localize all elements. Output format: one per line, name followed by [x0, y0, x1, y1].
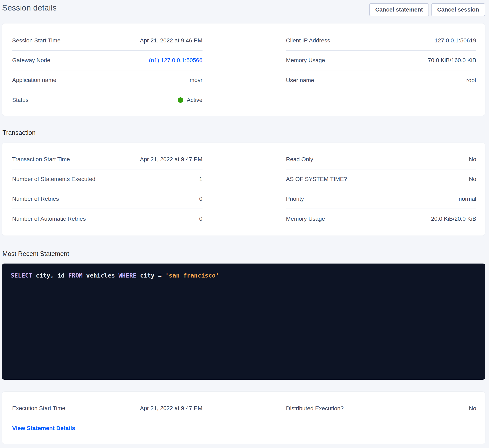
info-label: Distributed Execution? — [286, 405, 344, 412]
execution-card: Execution Start Time Apr 21, 2022 at 9:4… — [2, 392, 485, 444]
session-memory-usage-row: Memory Usage 70.0 KiB/160.0 KiB — [286, 51, 476, 70]
distributed-execution-row: Distributed Execution? No — [286, 398, 476, 418]
transaction-start-time-row: Transaction Start Time Apr 21, 2022 at 9… — [12, 150, 203, 169]
info-value: 0 — [199, 196, 203, 202]
status-row: Status Active — [12, 90, 203, 110]
info-value: Apr 21, 2022 at 9:47 PM — [140, 156, 203, 163]
info-label: Gateway Node — [12, 57, 50, 64]
info-value: root — [466, 77, 476, 83]
info-label: Number of Statements Executed — [12, 176, 96, 183]
session-summary-card: Session Start Time Apr 21, 2022 at 9:46 … — [2, 24, 485, 116]
session-start-time-row: Session Start Time Apr 21, 2022 at 9:46 … — [12, 31, 203, 51]
info-label: AS OF SYSTEM TIME? — [286, 176, 347, 183]
execution-card-right-column: Distributed Execution? No — [286, 398, 476, 438]
transaction-memory-usage-row: Memory Usage 20.0 KiB/20.0 KiB — [286, 209, 476, 229]
as-of-system-time-row: AS OF SYSTEM TIME? No — [286, 169, 476, 189]
session-details-page: Session details Cancel statement Cancel … — [0, 0, 489, 448]
info-value: movr — [189, 77, 202, 83]
view-statement-details-link[interactable]: View Statement Details — [12, 425, 75, 431]
info-label: Read Only — [286, 156, 313, 163]
sql-statement-box: SELECT city, id FROM vehicles WHERE city… — [2, 264, 485, 380]
user-name-row: User name root — [286, 70, 476, 90]
sql-text: city, id — [32, 272, 68, 279]
info-value: No — [469, 405, 476, 412]
info-value: 0 — [199, 216, 203, 222]
info-label: Client IP Address — [286, 37, 330, 44]
priority-row: Priority normal — [286, 189, 476, 209]
page-header: Session details Cancel statement Cancel … — [2, 3, 485, 16]
transaction-section-heading: Transaction — [2, 128, 485, 138]
cancel-session-button[interactable]: Cancel session — [431, 3, 485, 16]
sql-keyword: SELECT — [11, 272, 32, 279]
sql-keyword: FROM — [68, 272, 82, 279]
info-label: Transaction Start Time — [12, 156, 70, 163]
gateway-node-row: Gateway Node (n1) 127.0.0.1:50566 — [12, 51, 203, 70]
read-only-row: Read Only No — [286, 150, 476, 169]
sql-string-literal: 'san francisco' — [165, 272, 219, 279]
header-actions: Cancel statement Cancel session — [369, 3, 485, 16]
info-label: Application name — [12, 77, 56, 83]
statements-executed-row: Number of Statements Executed 1 — [12, 169, 203, 189]
most-recent-statement-heading: Most Recent Statement — [2, 249, 485, 259]
sql-statement-text: SELECT city, id FROM vehicles WHERE city… — [11, 271, 477, 280]
info-value: 70.0 KiB/160.0 KiB — [428, 57, 476, 64]
transaction-card-left-column: Transaction Start Time Apr 21, 2022 at 9… — [12, 150, 203, 229]
info-label: Number of Automatic Retries — [12, 216, 86, 222]
info-label: Memory Usage — [286, 216, 325, 222]
info-value: 1 — [199, 176, 203, 183]
sql-text: city = — [137, 272, 165, 279]
view-statement-details-row: View Statement Details — [12, 418, 203, 438]
automatic-retries-row: Number of Automatic Retries 0 — [12, 209, 203, 229]
cancel-statement-button[interactable]: Cancel statement — [369, 3, 429, 16]
transaction-card: Transaction Start Time Apr 21, 2022 at 9… — [2, 143, 485, 236]
transaction-card-right-column: Read Only No AS OF SYSTEM TIME? No Prior… — [286, 150, 476, 229]
sql-keyword: WHERE — [119, 272, 137, 279]
client-ip-row: Client IP Address 127.0.0.1:50619 — [286, 31, 476, 51]
info-label: Number of Retries — [12, 196, 59, 202]
execution-card-left-column: Execution Start Time Apr 21, 2022 at 9:4… — [12, 398, 203, 438]
info-value: Apr 21, 2022 at 9:47 PM — [140, 405, 203, 412]
status-badge: Active — [178, 97, 202, 103]
retries-row: Number of Retries 0 — [12, 189, 203, 209]
info-label: Session Start Time — [12, 37, 60, 44]
session-card-right-column: Client IP Address 127.0.0.1:50619 Memory… — [286, 31, 476, 110]
info-label: Memory Usage — [286, 57, 325, 64]
session-card-left-column: Session Start Time Apr 21, 2022 at 9:46 … — [12, 31, 203, 110]
sql-text: vehicles — [82, 272, 119, 279]
info-value: normal — [458, 196, 476, 202]
info-label: Status — [12, 97, 28, 103]
status-value: Active — [187, 97, 202, 103]
status-active-dot-icon — [178, 97, 183, 103]
page-title: Session details — [2, 3, 57, 13]
info-value: 127.0.0.1:50619 — [435, 37, 476, 44]
info-label: Priority — [286, 196, 304, 202]
info-value: Apr 21, 2022 at 9:46 PM — [140, 37, 203, 44]
application-name-row: Application name movr — [12, 70, 203, 90]
gateway-node-link[interactable]: (n1) 127.0.0.1:50566 — [149, 57, 203, 64]
info-value: No — [469, 156, 476, 163]
info-label: User name — [286, 77, 314, 83]
info-label: Execution Start Time — [12, 405, 65, 412]
info-value: 20.0 KiB/20.0 KiB — [431, 216, 476, 222]
execution-start-time-row: Execution Start Time Apr 21, 2022 at 9:4… — [12, 398, 203, 418]
info-value: No — [469, 176, 476, 183]
